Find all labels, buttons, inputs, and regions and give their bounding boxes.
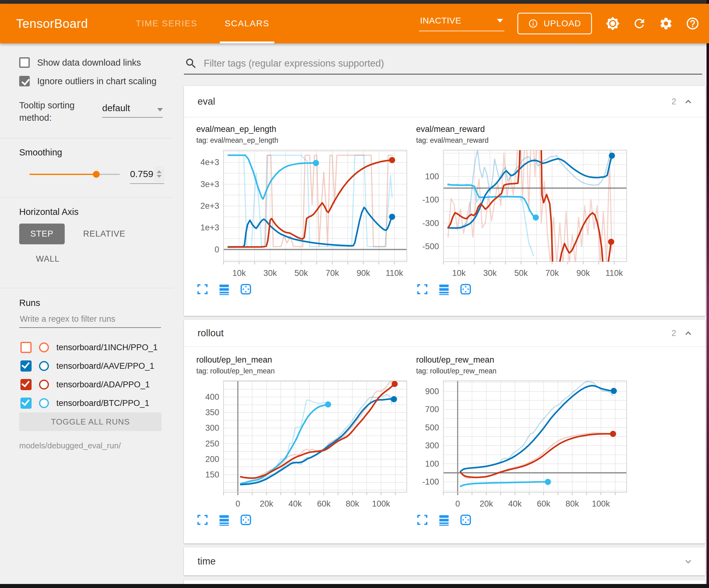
svg-text:20k: 20k [260,499,273,508]
run-checkbox[interactable] [21,379,32,390]
settings-icon[interactable] [659,17,673,31]
pan-zoom-icon[interactable] [459,283,472,296]
chart-title: eval/mean_ep_length [196,125,413,134]
svg-text:-300: -300 [422,219,439,228]
sidebar-divider [0,197,174,198]
window-top-edge [0,0,709,4]
chart-tag: tag: eval/mean_ep_length [196,136,413,145]
pan-zoom-icon[interactable] [459,514,472,526]
axis-option-step[interactable]: STEP [19,224,65,244]
run-radio[interactable] [39,342,49,352]
upload-button[interactable]: UPLOAD [517,13,592,34]
run-row[interactable]: tensorboard/ADA/PPO_1 [21,375,158,394]
show-download-links-row[interactable]: Show data download links [19,57,141,68]
line-chart-plot[interactable]: 100-100-300-50010k30k50k70k90k110k [416,148,633,281]
log-scale-icon[interactable] [218,514,230,526]
status-dropdown[interactable]: INACTIVE [419,16,504,31]
chart-tag: tag: rollout/ep_rew_mean [416,367,633,375]
log-scale-icon[interactable] [438,514,450,526]
chart-toolbar [416,283,633,296]
chart-card-eval-mean-ep-length: eval/mean_ep_length tag: eval/mean_ep_le… [196,125,413,296]
section-count-badge: 2 [672,97,676,106]
pan-zoom-icon[interactable] [240,514,252,526]
svg-text:110k: 110k [606,269,623,278]
stepper-down-icon[interactable] [157,175,162,178]
section-header-time[interactable]: time [184,547,705,575]
svg-text:250: 250 [205,439,219,449]
settings-sidebar: Show data download links Ignore outliers… [0,43,174,584]
stepper-up-icon[interactable] [157,170,162,173]
collapse-section-button[interactable] [684,329,693,338]
run-row[interactable]: tensorboard/AAVE/PPO_1 [21,357,158,375]
section-card-rollout: rollout 2 rollout/ep_len_mean tag: rollo… [184,320,705,543]
run-filter-input[interactable] [19,314,161,324]
run-row[interactable]: tensorboard/BTC/PPO_1 [21,394,158,412]
svg-text:110k: 110k [386,269,403,278]
pan-zoom-icon[interactable] [240,283,252,296]
svg-text:2e+3: 2e+3 [200,201,219,210]
svg-text:300: 300 [425,441,439,450]
chart-tag: tag: rollout/ep_len_mean [196,367,413,375]
show-download-links-checkbox[interactable] [19,57,30,68]
run-filter-field [19,314,161,328]
slider-thumb[interactable] [93,171,100,178]
show-download-links-label: Show data download links [37,58,141,68]
svg-text:10k: 10k [452,269,466,278]
svg-text:40k: 40k [288,499,302,508]
run-row[interactable]: tensorboard/1INCH/PPO_1 [21,338,158,357]
section-card-time: time [184,547,705,575]
window-right-edge [707,0,709,588]
run-checkbox[interactable] [21,360,32,372]
chart-title: rollout/ep_len_mean [196,355,413,365]
line-chart-plot[interactable]: -100100300500700900020k40k60k80k100k [416,378,633,511]
run-checkbox[interactable] [21,342,32,353]
brightness-icon[interactable] [606,17,620,31]
help-icon[interactable] [685,17,700,31]
expand-icon[interactable] [196,514,209,526]
log-scale-icon[interactable] [218,283,230,296]
chart-card-rollout-ep-rew-mean: rollout/ep_rew_mean tag: rollout/ep_rew_… [416,355,633,526]
smoothing-value-input[interactable] [130,169,154,179]
axis-option-relative[interactable]: RELATIVE [80,229,129,239]
app-title: TensorBoard [16,17,88,31]
expand-icon[interactable] [416,283,428,296]
tag-filter-input[interactable] [203,58,698,69]
upload-label: UPLOAD [544,19,581,28]
svg-text:90k: 90k [577,269,590,278]
axis-option-wall[interactable]: WALL [32,254,63,264]
chart-card-rollout-ep-len-mean: rollout/ep_len_mean tag: rollout/ep_len_… [196,355,413,526]
run-label: tensorboard/ADA/PPO_1 [56,380,150,389]
tab-scalars[interactable]: SCALARS [211,4,283,43]
ignore-outliers-label: Ignore outliers in chart scaling [37,76,156,86]
line-chart-plot[interactable]: 150200250300350400020k40k60k80k100k [196,378,413,511]
smoothing-label: Smoothing [19,147,62,158]
run-checkbox[interactable] [21,398,32,409]
svg-text:150: 150 [205,470,219,479]
section-header-rollout[interactable]: rollout 2 [184,320,705,347]
expand-section-button[interactable] [684,557,693,566]
chart-toolbar [196,514,413,526]
ignore-outliers-row[interactable]: Ignore outliers in chart scaling [19,76,156,86]
svg-text:80k: 80k [345,499,359,508]
smoothing-slider[interactable] [29,171,120,178]
expand-icon[interactable] [416,514,428,526]
collapse-section-button[interactable] [684,97,693,106]
run-radio[interactable] [39,380,49,389]
tab-time-series[interactable]: TIME SERIES [122,4,211,43]
toggle-all-runs-button[interactable]: TOGGLE ALL RUNS [19,412,162,431]
svg-text:1e+3: 1e+3 [200,223,219,232]
run-radio[interactable] [39,361,49,371]
section-header-eval[interactable]: eval 2 [184,86,705,117]
tooltip-sorting-dropdown[interactable]: default [102,103,163,118]
ignore-outliers-checkbox[interactable] [19,76,30,86]
main-tabs: TIME SERIESSCALARS [122,4,283,43]
expand-icon[interactable] [196,283,209,296]
svg-text:500: 500 [425,423,439,432]
svg-text:-500: -500 [422,242,439,251]
refresh-icon[interactable] [632,17,647,31]
number-stepper[interactable] [154,166,164,182]
log-scale-icon[interactable] [438,283,450,296]
run-radio[interactable] [39,398,49,408]
line-chart-plot[interactable]: 01e+32e+33e+34e+310k30k50k70k90k110k [196,148,413,281]
chart-toolbar [196,283,413,296]
